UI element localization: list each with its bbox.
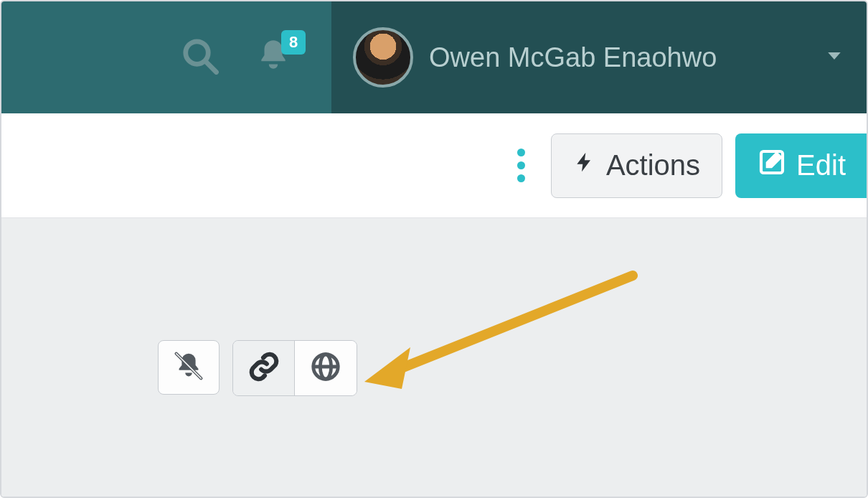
more-menu-button[interactable] (504, 141, 538, 189)
header-right: Owen McGab Enaohwo (331, 1, 867, 113)
share-button-group (232, 340, 357, 396)
copy-link-button[interactable] (233, 341, 295, 395)
notification-count-badge: 8 (281, 30, 306, 55)
header-left: 8 (1, 1, 331, 113)
dot-icon (517, 174, 525, 182)
svg-line-1 (206, 62, 217, 72)
svg-marker-9 (364, 347, 410, 389)
search-icon[interactable] (181, 37, 220, 78)
page-toolbar: Actions Edit (1, 113, 867, 218)
globe-icon (309, 350, 342, 386)
dot-icon (517, 149, 525, 156)
svg-line-8 (382, 276, 633, 376)
bolt-icon (573, 147, 596, 184)
bell-icon (255, 63, 291, 75)
user-name-label: Owen McGab Enaohwo (429, 42, 717, 73)
chevron-down-icon[interactable] (824, 45, 845, 70)
actions-button[interactable]: Actions (551, 133, 722, 198)
content-area (1, 218, 867, 497)
edit-button-label: Edit (796, 149, 846, 182)
link-icon (247, 350, 280, 386)
edit-button[interactable]: Edit (735, 133, 867, 198)
top-header: 8 Owen McGab Enaohwo (1, 1, 867, 113)
notifications-button[interactable]: 8 (255, 37, 296, 77)
avatar[interactable] (353, 27, 413, 88)
annotation-arrow (360, 268, 647, 398)
public-share-button[interactable] (295, 341, 357, 395)
icon-button-group (158, 340, 357, 396)
actions-button-label: Actions (606, 149, 700, 182)
mute-notifications-button[interactable] (158, 340, 220, 395)
bell-slash-icon (172, 349, 205, 385)
app-window: 8 Owen McGab Enaohwo Action (0, 0, 868, 498)
dot-icon (517, 161, 525, 169)
edit-icon (758, 148, 786, 183)
